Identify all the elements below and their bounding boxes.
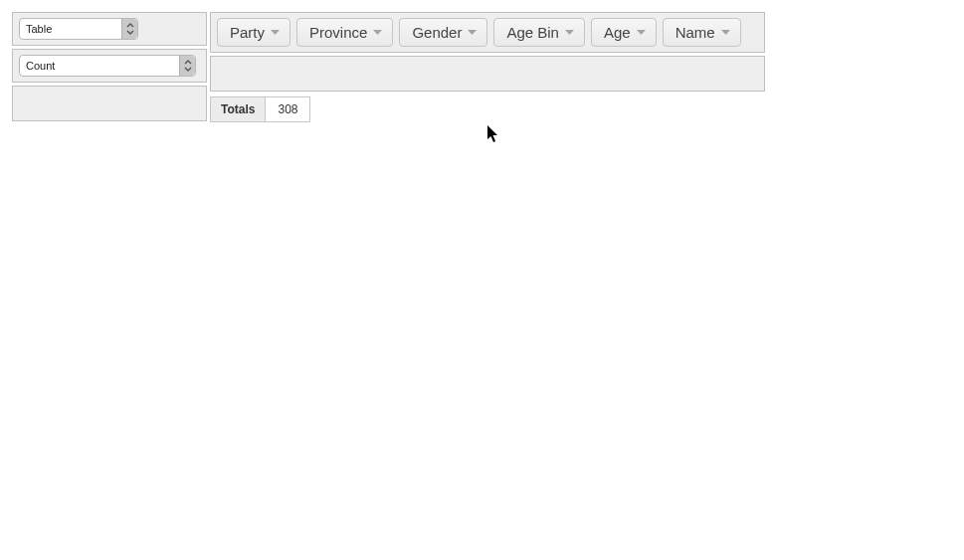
pivot-output: Totals 308 <box>210 96 765 122</box>
aggregator-value: Count <box>26 60 55 72</box>
caret-down-icon <box>271 30 280 36</box>
rows-dropzone[interactable] <box>12 86 207 121</box>
attr-label: Age Bin <box>506 24 559 41</box>
attr-label: Province <box>309 24 367 41</box>
unused-attrs-row[interactable]: Party Province Gender Age Bin Age Name <box>210 12 765 53</box>
pivot-table: Totals 308 <box>210 96 310 122</box>
left-column: Table Count <box>12 12 207 122</box>
table-row: Totals 308 <box>211 97 310 122</box>
grand-total-value: 308 <box>266 97 310 122</box>
caret-down-icon <box>373 30 382 36</box>
renderer-select[interactable]: Table <box>19 18 138 40</box>
renderer-value: Table <box>26 23 52 35</box>
updown-stepper-icon <box>179 56 195 76</box>
renderer-cell: Table <box>12 12 207 46</box>
aggregator-select[interactable]: Count <box>19 55 196 77</box>
attr-pill-age[interactable]: Age <box>591 18 657 47</box>
aggregator-cell: Count <box>12 49 207 83</box>
caret-down-icon <box>637 30 646 36</box>
caret-down-icon <box>468 30 477 36</box>
attr-label: Age <box>604 24 631 41</box>
caret-down-icon <box>565 30 574 36</box>
updown-stepper-icon <box>121 19 137 39</box>
totals-label: Totals <box>211 97 266 122</box>
attr-pill-party[interactable]: Party <box>217 18 290 47</box>
caret-down-icon <box>721 30 730 36</box>
pivot-ui: Table Count <box>0 0 964 134</box>
cols-dropzone[interactable] <box>210 56 765 92</box>
attr-label: Party <box>230 24 265 41</box>
attr-pill-gender[interactable]: Gender <box>399 18 487 47</box>
attr-label: Name <box>675 24 715 41</box>
attr-pill-province[interactable]: Province <box>296 18 393 47</box>
attr-pill-age-bin[interactable]: Age Bin <box>493 18 585 47</box>
right-column: Party Province Gender Age Bin Age Name <box>210 12 765 122</box>
attr-label: Gender <box>412 24 462 41</box>
attr-pill-name[interactable]: Name <box>663 18 741 47</box>
